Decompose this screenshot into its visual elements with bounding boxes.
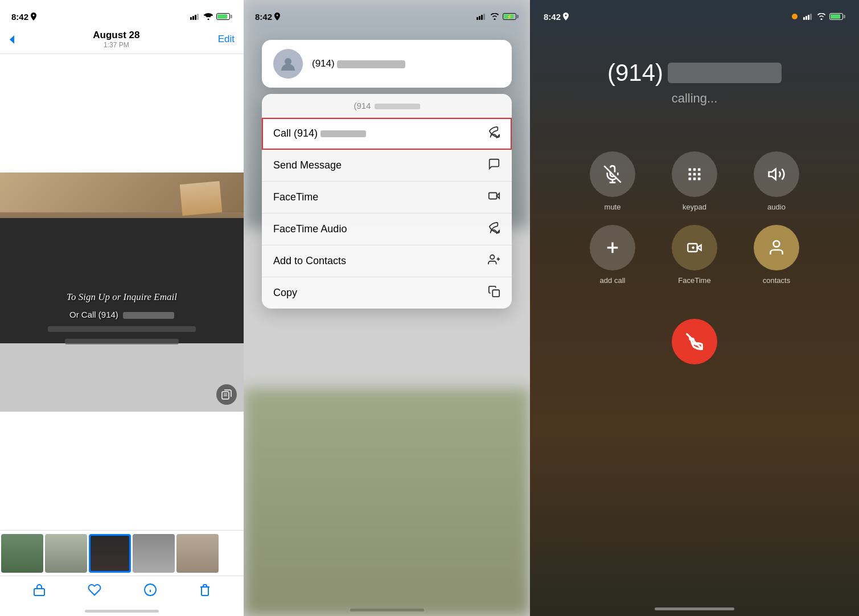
status-time-1: 8:42 [11, 12, 28, 22]
calling-number-section: (914) calling... [530, 59, 859, 106]
menu-header: (914 [262, 94, 512, 118]
message-icon [488, 158, 500, 173]
status-icons-1 [190, 13, 232, 20]
svg-rect-27 [689, 169, 692, 171]
add-call-button[interactable] [590, 225, 635, 270]
back-button[interactable] [9, 35, 15, 44]
thumb-3[interactable] [89, 534, 131, 573]
svg-rect-2 [195, 15, 196, 20]
status-bar-3: 8:42 [530, 0, 859, 25]
thumb-5[interactable] [176, 534, 219, 573]
svg-rect-28 [693, 169, 696, 171]
call-buttons-grid: mute keypad audio add call [578, 151, 811, 285]
facetime-audio-label: FaceTime Audio [273, 223, 347, 235]
thumb-1[interactable] [1, 534, 43, 573]
share-button[interactable] [32, 583, 46, 599]
svg-marker-36 [769, 169, 776, 180]
facetime-icon [488, 190, 500, 205]
contact-avatar [273, 49, 303, 79]
signal-icon-1 [190, 13, 200, 20]
status-time-3: 8:42 [544, 12, 561, 22]
add-contact-icon [488, 253, 500, 269]
svg-rect-12 [479, 16, 480, 20]
favorite-button[interactable] [88, 583, 101, 599]
audio-label: audio [767, 203, 786, 211]
audio-button[interactable] [754, 151, 799, 197]
menu-item-message[interactable]: Send Message [262, 150, 512, 182]
end-call-button[interactable] [672, 319, 717, 364]
status-bar-2: 8:42 ⚡ [244, 0, 530, 25]
message-label: Send Message [273, 159, 342, 171]
keypad-button-wrap: keypad [660, 151, 729, 211]
mute-button[interactable] [590, 151, 635, 197]
home-indicator-2 [350, 609, 424, 611]
panel-calling: 8:42 (914) calling... [530, 0, 859, 616]
svg-rect-0 [190, 17, 192, 20]
contact-card: (914) [262, 40, 512, 88]
menu-item-facetime-audio[interactable]: FaceTime Audio [262, 213, 512, 245]
facetime-call-button[interactable] [672, 225, 717, 270]
thumb-2[interactable] [45, 534, 87, 573]
battery-icon-1 [216, 13, 232, 20]
svg-rect-16 [489, 193, 497, 199]
svg-rect-23 [805, 16, 807, 20]
svg-point-18 [490, 255, 494, 259]
svg-rect-3 [197, 14, 199, 20]
svg-rect-13 [481, 15, 483, 20]
delete-button[interactable] [199, 583, 211, 599]
facetime-button-wrap: FaceTime [660, 225, 729, 285]
svg-rect-34 [693, 178, 696, 180]
wifi-icon-3 [817, 13, 826, 20]
wifi-icon-1 [204, 13, 213, 20]
contact-number-blurred [337, 60, 405, 68]
location-icon [31, 13, 36, 20]
keypad-button[interactable] [672, 151, 717, 197]
contacts-button[interactable] [754, 225, 799, 270]
menu-item-copy[interactable]: Copy [262, 277, 512, 309]
add-call-button-wrap: add call [578, 225, 647, 285]
facetime-call-label: FaceTime [678, 276, 710, 285]
menu-item-call[interactable]: Call (914) [262, 118, 512, 150]
svg-point-42 [774, 241, 780, 247]
panel-context-menu: 8:42 ⚡ (914) (914 [244, 0, 530, 616]
photo-text-line2: Or Call (914) [69, 310, 174, 319]
mute-label: mute [605, 203, 621, 211]
photo-text-line1: To Sign Up or Inquire Email [67, 291, 177, 303]
svg-rect-24 [808, 15, 809, 20]
svg-rect-25 [810, 14, 812, 20]
call-label: Call (914) [273, 128, 366, 139]
svg-rect-31 [693, 173, 696, 176]
calling-status: calling... [530, 91, 859, 106]
home-indicator-3 [655, 607, 734, 610]
call-icon [488, 126, 500, 141]
status-icons-3 [792, 13, 845, 20]
menu-item-add-contact[interactable]: Add to Contacts [262, 245, 512, 277]
svg-rect-21 [492, 290, 499, 297]
edit-button[interactable]: Edit [218, 34, 235, 45]
number-blurred [668, 63, 782, 83]
contact-number: (914) [312, 58, 335, 69]
svg-rect-33 [689, 178, 692, 180]
nav-title-1: August 28 1:37 PM [93, 30, 139, 49]
svg-rect-30 [689, 173, 692, 176]
svg-rect-14 [483, 14, 485, 20]
contacts-label: contacts [763, 276, 790, 285]
panel-photos: 8:42 August 28 1:37 PM Edit [0, 0, 244, 616]
mute-button-wrap: mute [578, 151, 647, 211]
home-indicator-1 [85, 610, 159, 613]
thumb-4[interactable] [133, 534, 175, 573]
copy-live-text-button[interactable] [216, 384, 237, 405]
audio-button-wrap: audio [742, 151, 811, 211]
svg-rect-29 [698, 169, 701, 171]
calling-number-display: (914) [530, 59, 859, 87]
menu-item-facetime[interactable]: FaceTime [262, 182, 512, 213]
contact-info: (914) [312, 58, 405, 69]
copy-label: Copy [273, 287, 297, 299]
signal-icon-3 [803, 13, 813, 20]
location-icon-2 [274, 13, 280, 20]
location-icon-3 [563, 13, 569, 20]
battery-icon-3 [829, 13, 845, 20]
status-icons-2: ⚡ [476, 13, 519, 20]
info-button[interactable] [143, 583, 157, 599]
facetime-audio-icon [488, 221, 500, 237]
